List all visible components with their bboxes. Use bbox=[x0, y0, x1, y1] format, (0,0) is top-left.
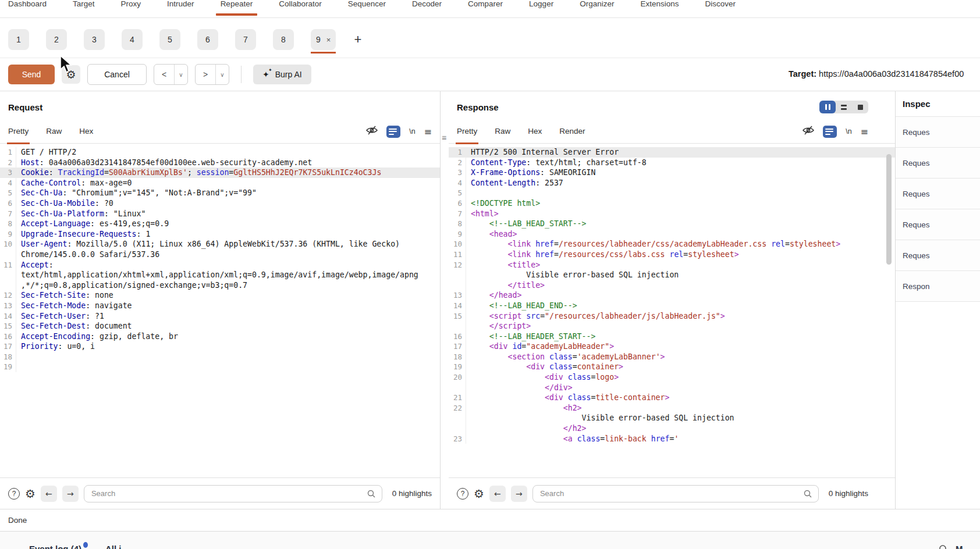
send-button[interactable]: Send bbox=[8, 65, 55, 84]
menu-item-dashboard[interactable]: Dashboard bbox=[8, 0, 47, 17]
response-search-input[interactable] bbox=[539, 489, 803, 498]
editor-menu-icon[interactable]: ≡ bbox=[861, 126, 868, 137]
repeater-tab-1[interactable]: 1 bbox=[8, 29, 29, 50]
response-tab-pretty[interactable]: Pretty bbox=[457, 127, 477, 144]
repeater-tab-4[interactable]: 4 bbox=[122, 29, 143, 50]
menu-item-logger[interactable]: Logger bbox=[529, 0, 553, 17]
inspector-section-3[interactable]: Reques bbox=[896, 209, 980, 240]
menu-item-target[interactable]: Target bbox=[73, 0, 95, 17]
layout-single-button[interactable] bbox=[852, 101, 868, 113]
inspector-section-2[interactable]: Reques bbox=[896, 179, 980, 209]
editor-menu-icon[interactable]: ≡ bbox=[424, 126, 432, 137]
menu-item-intruder[interactable]: Intruder bbox=[167, 0, 194, 17]
request-search-input[interactable] bbox=[90, 489, 367, 498]
menu-item-discover[interactable]: Discover bbox=[705, 0, 736, 17]
search-prev-button[interactable]: ← bbox=[489, 486, 506, 502]
repeater-tab-7[interactable]: 7 bbox=[235, 29, 256, 50]
response-editor[interactable]: 1HTTP/2 500 Internal Server Error2Conten… bbox=[449, 144, 895, 477]
code-text: Accept-Language: es-419,es;q=0.9 bbox=[16, 219, 169, 229]
response-tab-hex[interactable]: Hex bbox=[528, 127, 542, 144]
line-number: 8 bbox=[0, 219, 16, 229]
previous-request-button[interactable]: < bbox=[154, 65, 174, 84]
menu-item-comparer[interactable]: Comparer bbox=[468, 0, 503, 17]
inspector-section-4[interactable]: Reques bbox=[896, 240, 980, 271]
menu-item-label: Proxy bbox=[121, 0, 141, 8]
repeater-tab-6[interactable]: 6 bbox=[197, 29, 218, 50]
menu-item-sequencer[interactable]: Sequencer bbox=[348, 0, 386, 17]
eye-off-icon[interactable] bbox=[366, 125, 378, 138]
request-search-field[interactable] bbox=[84, 485, 382, 502]
issues-filter-button[interactable]: All i bbox=[105, 544, 122, 549]
wrap-toggle-icon[interactable] bbox=[823, 126, 837, 138]
repeater-tab-8[interactable]: 8 bbox=[273, 29, 294, 50]
code-text: <a class=link-back href=' bbox=[466, 434, 679, 444]
response-tab-raw[interactable]: Raw bbox=[495, 127, 510, 144]
search-prev-button[interactable]: ← bbox=[41, 486, 57, 502]
code-text: <!--LAB_HEADER_START--> bbox=[466, 331, 595, 342]
code-text: Visible error-based SQL injection bbox=[466, 270, 679, 280]
repeater-tab-2[interactable]: 2 bbox=[46, 29, 67, 50]
next-request-dropdown[interactable]: ∨ bbox=[215, 65, 229, 84]
menu-item-decoder[interactable]: Decoder bbox=[412, 0, 442, 17]
code-line: 23 <a class=link-back href=' bbox=[449, 434, 895, 444]
inspector-section-0[interactable]: Reques bbox=[896, 117, 980, 148]
code-text: <h2> bbox=[466, 403, 582, 413]
request-editor[interactable]: 1GET / HTTP/22Host: 0a4a006a03d231418478… bbox=[0, 144, 440, 477]
burp-ai-button[interactable]: ✦✦ Burp AI bbox=[253, 65, 311, 84]
newline-toggle[interactable]: \n bbox=[846, 127, 851, 136]
line-number: 19 bbox=[0, 362, 16, 372]
request-tab-pretty[interactable]: Pretty bbox=[8, 127, 29, 144]
close-tab-icon[interactable]: × bbox=[326, 35, 331, 44]
code-line: 12Sec-Fetch-Site: none bbox=[0, 290, 440, 301]
response-search-bar: ? ⚙ ← → 0 highlights bbox=[449, 477, 895, 509]
menu-item-collaborator[interactable]: Collaborator bbox=[279, 0, 322, 17]
menu-item-label: Sequencer bbox=[348, 0, 386, 8]
search-next-button[interactable]: → bbox=[62, 486, 79, 502]
menu-item-proxy[interactable]: Proxy bbox=[121, 0, 141, 17]
inspector-section-5[interactable]: Respon bbox=[896, 271, 980, 302]
newline-toggle[interactable]: \n bbox=[409, 127, 415, 136]
response-search-field[interactable] bbox=[532, 485, 819, 502]
layout-toggle bbox=[819, 101, 868, 113]
line-number: 5 bbox=[449, 188, 466, 198]
code-text: Host: 0a4a006a03d23141847854ef00d100ee.w… bbox=[16, 158, 312, 168]
code-text: Content-Length: 2537 bbox=[466, 178, 563, 188]
search-settings-icon[interactable]: ⚙ bbox=[474, 487, 484, 501]
cancel-button[interactable]: Cancel bbox=[87, 64, 147, 85]
code-text: X-Frame-Options: SAMEORIGIN bbox=[466, 167, 595, 178]
menu-item-repeater[interactable]: Repeater bbox=[221, 0, 253, 17]
code-text: Upgrade-Insecure-Requests: 1 bbox=[16, 229, 150, 240]
response-tab-render[interactable]: Render bbox=[559, 127, 585, 144]
layout-rows-button[interactable] bbox=[836, 101, 852, 113]
inspector-section-1[interactable]: Reques bbox=[896, 148, 980, 179]
search-settings-icon[interactable]: ⚙ bbox=[25, 487, 35, 501]
code-line: </title> bbox=[449, 280, 895, 291]
add-tab-button[interactable]: + bbox=[354, 29, 361, 50]
search-next-button[interactable]: → bbox=[511, 486, 527, 502]
menu-item-extensions[interactable]: Extensions bbox=[640, 0, 679, 17]
status-text: Done bbox=[8, 516, 27, 525]
eye-off-icon[interactable] bbox=[803, 125, 814, 138]
code-line: 19 <div class=container> bbox=[449, 362, 895, 372]
help-icon[interactable]: ? bbox=[8, 488, 20, 500]
code-line: 3Cookie: TrackingId=S00AabrKiumXplBs'; s… bbox=[0, 167, 440, 178]
code-text: Sec-Ch-Ua-Platform: "Linux" bbox=[16, 209, 145, 219]
response-scrollbar[interactable] bbox=[886, 154, 892, 265]
wrap-toggle-icon[interactable] bbox=[386, 126, 400, 138]
event-log-button[interactable]: Event log (4) bbox=[29, 544, 88, 549]
repeater-tab-3[interactable]: 3 bbox=[84, 29, 105, 50]
repeater-tab-5[interactable]: 5 bbox=[159, 29, 180, 50]
search-icon[interactable] bbox=[938, 544, 949, 549]
layout-columns-button[interactable] bbox=[819, 101, 836, 113]
request-tab-raw[interactable]: Raw bbox=[46, 127, 62, 144]
request-tab-hex[interactable]: Hex bbox=[79, 127, 93, 144]
line-number bbox=[0, 280, 16, 291]
menu-item-organizer[interactable]: Organizer bbox=[580, 0, 614, 17]
line-number: 2 bbox=[0, 158, 16, 168]
repeater-tab-9[interactable]: 9× bbox=[311, 29, 336, 50]
previous-request-dropdown[interactable]: ∨ bbox=[174, 65, 187, 84]
help-icon[interactable]: ? bbox=[457, 488, 468, 500]
next-request-button[interactable]: > bbox=[196, 65, 215, 84]
panel-divider[interactable]: ≡ bbox=[441, 91, 449, 509]
bottom-bar: Event log (4) All i M bbox=[0, 531, 980, 549]
